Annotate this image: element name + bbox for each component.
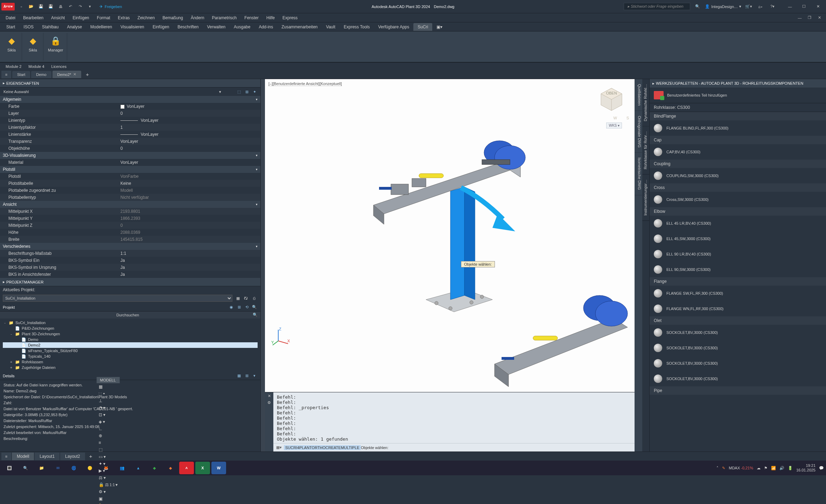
rtab-einfuegen[interactable]: Einfügen <box>148 23 173 31</box>
rtab-express[interactable]: Express Tools <box>340 23 374 31</box>
pick-add-icon[interactable]: ✦ <box>251 89 258 95</box>
menu-bemassung[interactable]: Bemaßung <box>159 14 187 22</box>
status-osnap-icon[interactable]: ⊡ ▾ <box>97 411 120 418</box>
rtab-apps[interactable]: Verfügbare Apps <box>374 23 414 31</box>
menu-extras[interactable]: Extras <box>114 14 133 22</box>
status-lwt-icon[interactable]: ≡ <box>97 439 120 446</box>
taskbar-acad-1[interactable]: ▲ <box>131 462 146 474</box>
user-menu[interactable]: 👤 IntegaDesign… ▾ <box>705 4 741 9</box>
layout-tab-modell[interactable]: Modell <box>12 453 34 460</box>
prop-row[interactable]: LinienstärkeVonLayer <box>0 131 260 138</box>
taskbar-firefox[interactable]: 🦊 <box>99 462 113 474</box>
prop-row[interactable]: Layer0 <box>0 110 260 117</box>
details-icon-1[interactable]: ▦ <box>236 373 242 379</box>
prop-row[interactable]: BKS-Symbol EinJa <box>0 257 260 264</box>
prop-row[interactable]: Mittelpunkt Y1866.2393 <box>0 215 260 222</box>
taskbar-teams[interactable]: 👥 <box>115 462 130 474</box>
status-model[interactable]: MODELL <box>97 377 120 383</box>
palette-tab-rohr[interactable]: Rohrklasse für Rohr… <box>642 126 649 175</box>
prop-row[interactable]: Beschriftungs-Maßstab1:1 <box>0 250 260 257</box>
prop-row[interactable]: BKS-Symbol im UrsprungJa <box>0 264 260 271</box>
rtab-beschriften[interactable]: Beschriften <box>173 23 203 31</box>
rtab-visualisieren[interactable]: Visualisieren <box>116 23 148 31</box>
apps-icon[interactable]: ⩍▾ <box>756 2 765 11</box>
prop-row[interactable]: TransparenzVonLayer <box>0 138 260 145</box>
menu-bearbeiten[interactable]: Bearbeiten <box>20 14 47 22</box>
qat-redo-icon[interactable]: ↷ <box>76 2 85 11</box>
prop-row[interactable]: Breite145415.815 <box>0 236 260 243</box>
taskbar-flag-icon[interactable]: ⚑ <box>764 466 768 470</box>
vtab-iso[interactable]: Isometrische DWG <box>635 153 642 195</box>
prop-row[interactable]: LinientypVonLayer <box>0 117 260 124</box>
rtab-start[interactable]: Start <box>2 23 19 31</box>
status-ws-icon[interactable]: ⚙ ▾ <box>97 488 120 495</box>
ribbon-collapse-icon[interactable]: ▣▾ <box>432 23 447 31</box>
taskbar-word[interactable]: W <box>211 462 226 474</box>
doc-restore-icon[interactable]: ❐ <box>805 13 814 22</box>
prop-row[interactable]: Höhe2088.0369 <box>0 229 260 236</box>
taskbar-tray-icon[interactable]: ˄ <box>716 466 719 470</box>
projektmanager-header[interactable]: ▸ PROJEKTMANAGER <box>0 278 260 286</box>
details-header[interactable]: Details ▦ ⊞ ▾ <box>0 372 260 380</box>
layout-tab-new[interactable]: + <box>86 452 96 461</box>
taskbar-start[interactable]: 🔳 <box>2 462 17 474</box>
proj-icon-1[interactable]: ◉ <box>228 304 234 310</box>
status-dyn-icon[interactable]: ⊕ <box>97 432 120 439</box>
taskbar-notifications-icon[interactable]: 💬 <box>819 466 824 470</box>
qat-saveas-icon[interactable]: 💾 <box>46 2 55 11</box>
help-search[interactable]: Stichwort oder Frage eingeben <box>624 3 690 10</box>
taskbar-search[interactable]: 🔍 <box>18 462 33 474</box>
minimize-button[interactable]: — <box>783 2 797 11</box>
rtab-addins[interactable]: Add-ins <box>254 23 277 31</box>
quick-select-icon[interactable]: ⬚ <box>236 89 242 95</box>
palette-item[interactable]: SOCKOLET,BV,3000 (CS300) <box>650 356 826 371</box>
status-polar-icon[interactable]: ◔ ▾ <box>97 404 120 411</box>
status-sel-icon[interactable]: ▭ ▾ <box>97 453 120 460</box>
rtab-vault[interactable]: Vault <box>322 23 340 31</box>
status-scale[interactable]: 🔒 ⚖ 1:1 ▾ <box>97 481 120 488</box>
taskbar-chrome[interactable]: 🟡 <box>83 462 97 474</box>
vtab-quelldateien[interactable]: Quelldateien <box>635 79 642 111</box>
palette-header[interactable]: ▸ WERKZEUGPALETTEN - AUTOCAD PLANT 3D - … <box>650 79 826 88</box>
prop-row[interactable]: PlotstiltabelleKeine <box>0 180 260 187</box>
file-tabs-menu-icon[interactable]: ≡ <box>1 71 11 78</box>
details-icon-3[interactable]: ▾ <box>251 373 258 379</box>
cmd-close-icon[interactable]: ✕ <box>268 394 271 398</box>
prop-row[interactable]: Linientypfaktor1 <box>0 124 260 131</box>
layout-tab-1[interactable]: Layout1 <box>35 453 59 460</box>
menu-format[interactable]: Format <box>93 14 114 22</box>
taskbar-pen-icon[interactable]: ✎ <box>722 466 725 470</box>
status-ortho-icon[interactable]: ⊥ <box>97 397 120 404</box>
taskbar-explorer[interactable]: 📁 <box>34 462 49 474</box>
palette-item[interactable]: FLANGE SW,FL,RF,300 (CS300) <box>650 286 826 301</box>
prop-section[interactable]: Verschiedenes <box>0 243 260 250</box>
doc-min-icon[interactable]: — <box>795 13 804 22</box>
tree-node[interactable]: -📁Plant 3D-Zeichnungen <box>3 331 258 337</box>
tree-node[interactable]: +📁Rohrklassen <box>3 359 258 365</box>
taskbar-volume-icon[interactable]: 🔊 <box>779 466 784 470</box>
palette-item[interactable]: SOCKOLET,BV,3000 (CS300) <box>650 325 826 340</box>
cart-icon[interactable]: 🛒▾ <box>744 2 753 11</box>
taskbar-mail[interactable]: ✉ <box>50 462 65 474</box>
prop-row[interactable]: Mittelpunkt X2193.8801 <box>0 208 260 215</box>
prop-row[interactable]: MaterialVonLayer <box>0 159 260 166</box>
vtab-ortho[interactable]: Orthogonale DWG <box>635 111 642 153</box>
taskbar-edge[interactable]: 🌀 <box>66 462 81 474</box>
taskbar-cloud-icon[interactable]: ☁ <box>757 466 761 470</box>
prop-row[interactable]: Mittelpunkt Z0 <box>0 222 260 229</box>
palette-item[interactable]: FLANGE WN,FL,RF,300 (CS300) <box>650 301 826 316</box>
tree-node[interactable]: 📄Demo2 <box>3 342 258 348</box>
ribbon-btn-sikla-1[interactable]: ◆ Sikla <box>4 34 19 53</box>
status-monitor-icon[interactable]: ▣ <box>97 495 120 502</box>
qat-open-icon[interactable]: 📂 <box>27 2 36 11</box>
rtab-isos[interactable]: ISOS <box>19 23 38 31</box>
qat-undo-icon[interactable]: ↶ <box>66 2 75 11</box>
rtab-ausgabe[interactable]: Ausgabe <box>230 23 254 31</box>
palette-item[interactable]: Cross,SW,3000 (CS300) <box>650 192 826 207</box>
rtab-modellieren[interactable]: Modellieren <box>86 23 116 31</box>
cmd-customize-icon[interactable]: ⚙ <box>267 400 271 405</box>
prop-row[interactable]: Objekthöhe0 <box>0 145 260 152</box>
command-history[interactable]: Befehl: Befehl: Befehl: _properties Befe… <box>273 392 635 443</box>
expander-icon[interactable]: + <box>9 360 13 364</box>
view-controls[interactable]: [–][Benutzerdefinierte Ansicht][Konzeptu… <box>268 81 342 86</box>
